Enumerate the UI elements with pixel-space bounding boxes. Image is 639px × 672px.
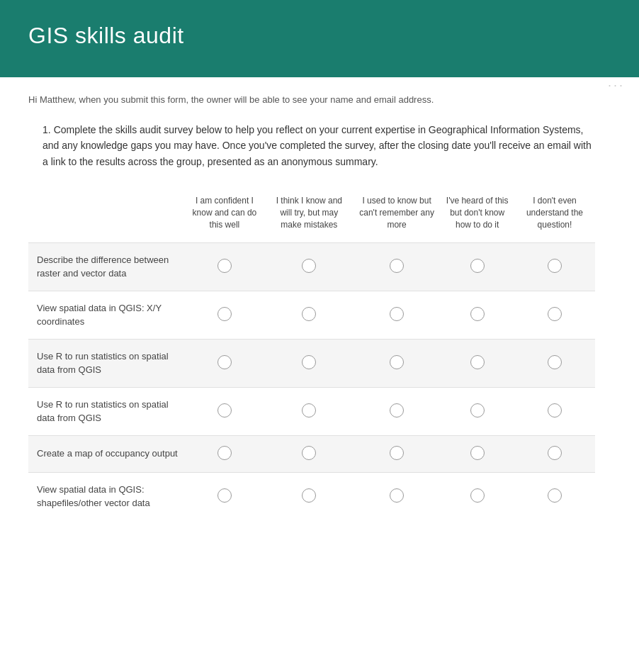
radio-cell[interactable] (184, 242, 265, 291)
radio-cell[interactable] (184, 387, 265, 435)
radio-cell[interactable] (514, 435, 595, 472)
radio-button[interactable] (302, 355, 316, 369)
radio-cell[interactable] (440, 435, 514, 472)
survey-table: I am confident I know and can do this we… (28, 189, 595, 520)
row-label: View spatial data in QGIS: shapefiles/ot… (28, 472, 184, 520)
radio-button[interactable] (548, 488, 562, 503)
row-label: Describe the difference between raster a… (28, 242, 184, 291)
radio-button[interactable] (390, 259, 404, 273)
radio-button[interactable] (548, 355, 562, 369)
radio-cell[interactable] (440, 291, 514, 339)
table-row: Use R to run statistics on spatial data … (28, 387, 595, 435)
radio-cell[interactable] (354, 435, 441, 472)
page-header: GIS skills audit (0, 0, 639, 77)
col-header-label (28, 189, 184, 242)
radio-cell[interactable] (354, 242, 441, 291)
radio-cell[interactable] (440, 387, 514, 435)
radio-button[interactable] (217, 355, 232, 369)
radio-cell[interactable] (354, 339, 441, 387)
radio-button[interactable] (217, 403, 232, 418)
radio-cell[interactable] (440, 339, 514, 387)
radio-button[interactable] (548, 307, 562, 321)
radio-cell[interactable] (265, 242, 354, 291)
radio-button[interactable] (548, 403, 562, 418)
radio-button[interactable] (470, 259, 485, 273)
radio-button[interactable] (302, 307, 316, 321)
radio-button[interactable] (470, 446, 485, 460)
radio-cell[interactable] (184, 472, 265, 520)
radio-button[interactable] (302, 403, 316, 418)
radio-cell[interactable] (265, 472, 354, 520)
radio-button[interactable] (302, 446, 316, 460)
radio-cell[interactable] (184, 339, 265, 387)
col-header-heard: I've heard of this but don't know how to… (440, 189, 514, 242)
col-header-used: I used to know but can't remember any mo… (354, 189, 441, 242)
question-block: 1.Complete the skills audit survey below… (28, 122, 595, 169)
radio-cell[interactable] (514, 339, 595, 387)
row-label: Use R to run statistics on spatial data … (28, 387, 184, 435)
form-notice: Hi Matthew, when you submit this form, t… (28, 94, 595, 105)
radio-cell[interactable] (265, 435, 354, 472)
radio-cell[interactable] (354, 472, 441, 520)
radio-cell[interactable] (265, 291, 354, 339)
table-row: Describe the difference between raster a… (28, 242, 595, 291)
radio-button[interactable] (390, 355, 404, 369)
radio-button[interactable] (302, 488, 316, 503)
radio-cell[interactable] (514, 472, 595, 520)
question-number: 1. (43, 124, 51, 135)
radio-cell[interactable] (184, 435, 265, 472)
radio-button[interactable] (470, 488, 485, 503)
question-body: 1.Complete the skills audit survey below… (28, 122, 595, 169)
radio-button[interactable] (470, 403, 485, 418)
radio-button[interactable] (548, 446, 562, 460)
radio-button[interactable] (390, 307, 404, 321)
table-row: Use R to run statistics on spatial data … (28, 339, 595, 387)
row-label: View spatial data in QGIS: X/Y coordinat… (28, 291, 184, 339)
radio-button[interactable] (390, 488, 404, 503)
radio-button[interactable] (217, 446, 232, 460)
table-row: View spatial data in QGIS: shapefiles/ot… (28, 472, 595, 520)
radio-button[interactable] (470, 307, 485, 321)
radio-button[interactable] (217, 259, 232, 273)
col-header-think: I think I know and will try, but may mak… (265, 189, 354, 242)
col-header-confident: I am confident I know and can do this we… (184, 189, 265, 242)
radio-button[interactable] (217, 488, 232, 503)
radio-cell[interactable] (514, 242, 595, 291)
radio-cell[interactable] (354, 387, 441, 435)
radio-cell[interactable] (354, 291, 441, 339)
table-header-row: I am confident I know and can do this we… (28, 189, 595, 242)
radio-cell[interactable] (514, 387, 595, 435)
radio-button[interactable] (390, 446, 404, 460)
table-row: Create a map of occupancy output (28, 435, 595, 472)
page-title: GIS skills audit (28, 23, 611, 49)
radio-button[interactable] (548, 259, 562, 273)
table-row: View spatial data in QGIS: X/Y coordinat… (28, 291, 595, 339)
main-content: Hi Matthew, when you submit this form, t… (0, 77, 623, 549)
radio-cell[interactable] (514, 291, 595, 339)
radio-button[interactable] (217, 307, 232, 321)
radio-cell[interactable] (440, 242, 514, 291)
col-header-donteven: I don't even understand the question! (514, 189, 595, 242)
radio-button[interactable] (390, 403, 404, 418)
radio-cell[interactable] (440, 472, 514, 520)
row-label: Use R to run statistics on spatial data … (28, 339, 184, 387)
radio-button[interactable] (302, 259, 316, 273)
row-label: Create a map of occupancy output (28, 435, 184, 472)
question-text-content: Complete the skills audit survey below t… (43, 124, 592, 167)
radio-cell[interactable] (265, 387, 354, 435)
radio-cell[interactable] (265, 339, 354, 387)
radio-button[interactable] (470, 355, 485, 369)
radio-cell[interactable] (184, 291, 265, 339)
